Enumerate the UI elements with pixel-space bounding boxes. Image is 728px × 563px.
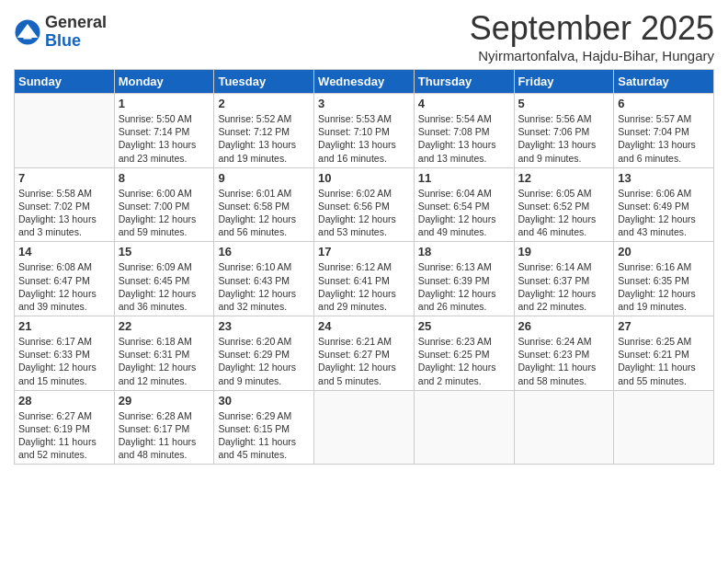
day-info: Sunrise: 5:50 AM Sunset: 7:14 PM Dayligh…: [119, 112, 210, 165]
title-block: September 2025 Nyirmartonfalva, Hajdu-Bi…: [470, 9, 714, 63]
day-number: 7: [18, 171, 110, 185]
calendar-cell: 14Sunrise: 6:08 AM Sunset: 6:47 PM Dayli…: [15, 242, 115, 316]
calendar-week-4: 21Sunrise: 6:17 AM Sunset: 6:33 PM Dayli…: [15, 316, 714, 391]
day-info: Sunrise: 5:57 AM Sunset: 7:04 PM Dayligh…: [618, 112, 710, 165]
calendar-week-1: 1Sunrise: 5:50 AM Sunset: 7:14 PM Daylig…: [15, 94, 714, 168]
day-info: Sunrise: 6:24 AM Sunset: 6:23 PM Dayligh…: [518, 335, 610, 387]
day-number: 24: [318, 319, 410, 333]
calendar-cell: 10Sunrise: 6:02 AM Sunset: 6:56 PM Dayli…: [314, 167, 415, 242]
day-info: Sunrise: 6:18 AM Sunset: 6:31 PM Dayligh…: [119, 335, 210, 387]
calendar-cell: 17Sunrise: 6:12 AM Sunset: 6:41 PM Dayli…: [314, 242, 415, 316]
day-number: 11: [418, 171, 510, 185]
calendar-cell: 20Sunrise: 6:16 AM Sunset: 6:35 PM Dayli…: [614, 242, 714, 316]
day-info: Sunrise: 6:13 AM Sunset: 6:39 PM Dayligh…: [418, 260, 510, 313]
day-number: 26: [518, 319, 610, 333]
day-number: 9: [218, 171, 310, 185]
day-number: 2: [218, 97, 310, 110]
day-info: Sunrise: 6:00 AM Sunset: 7:00 PM Dayligh…: [119, 187, 210, 239]
day-number: 4: [418, 97, 510, 110]
day-info: Sunrise: 5:56 AM Sunset: 7:06 PM Dayligh…: [518, 112, 610, 165]
calendar-cell: 5Sunrise: 5:56 AM Sunset: 7:06 PM Daylig…: [514, 94, 614, 168]
calendar-cell: 1Sunrise: 5:50 AM Sunset: 7:14 PM Daylig…: [114, 94, 214, 168]
day-number: 27: [618, 319, 710, 333]
calendar-cell: 4Sunrise: 5:54 AM Sunset: 7:08 PM Daylig…: [414, 94, 514, 168]
day-info: Sunrise: 6:14 AM Sunset: 6:37 PM Dayligh…: [518, 260, 610, 313]
day-info: Sunrise: 5:54 AM Sunset: 7:08 PM Dayligh…: [418, 112, 510, 165]
weekday-header-sunday: Sunday: [15, 70, 115, 94]
day-info: Sunrise: 6:12 AM Sunset: 6:41 PM Dayligh…: [318, 260, 410, 313]
day-info: Sunrise: 6:05 AM Sunset: 6:52 PM Dayligh…: [518, 187, 610, 239]
day-number: 19: [518, 245, 610, 259]
day-number: 18: [418, 245, 510, 259]
calendar-week-2: 7Sunrise: 5:58 AM Sunset: 7:02 PM Daylig…: [15, 167, 714, 242]
calendar-cell: [414, 390, 514, 465]
day-number: 20: [618, 245, 710, 259]
weekday-header-tuesday: Tuesday: [214, 70, 314, 94]
calendar-cell: 11Sunrise: 6:04 AM Sunset: 6:54 PM Dayli…: [414, 167, 514, 242]
day-info: Sunrise: 6:02 AM Sunset: 6:56 PM Dayligh…: [318, 187, 410, 239]
day-info: Sunrise: 6:17 AM Sunset: 6:33 PM Dayligh…: [18, 335, 110, 387]
day-info: Sunrise: 6:29 AM Sunset: 6:15 PM Dayligh…: [218, 409, 310, 462]
day-number: 15: [119, 245, 210, 259]
day-info: Sunrise: 6:06 AM Sunset: 6:49 PM Dayligh…: [618, 187, 710, 239]
day-number: 12: [518, 171, 610, 185]
calendar-cell: 23Sunrise: 6:20 AM Sunset: 6:29 PM Dayli…: [214, 316, 314, 391]
month-title: September 2025: [470, 9, 714, 48]
day-info: Sunrise: 6:21 AM Sunset: 6:27 PM Dayligh…: [318, 335, 410, 387]
day-info: Sunrise: 6:28 AM Sunset: 6:17 PM Dayligh…: [119, 409, 210, 462]
calendar-cell: 24Sunrise: 6:21 AM Sunset: 6:27 PM Dayli…: [314, 316, 415, 391]
day-info: Sunrise: 5:58 AM Sunset: 7:02 PM Dayligh…: [18, 187, 110, 239]
day-info: Sunrise: 6:16 AM Sunset: 6:35 PM Dayligh…: [618, 260, 710, 313]
logo: General Blue: [14, 14, 107, 51]
day-number: 29: [119, 394, 210, 408]
calendar-week-3: 14Sunrise: 6:08 AM Sunset: 6:47 PM Dayli…: [15, 242, 714, 316]
calendar-cell: 30Sunrise: 6:29 AM Sunset: 6:15 PM Dayli…: [214, 390, 314, 465]
day-number: 21: [18, 319, 110, 333]
calendar-cell: 18Sunrise: 6:13 AM Sunset: 6:39 PM Dayli…: [414, 242, 514, 316]
day-number: 30: [218, 394, 310, 408]
day-info: Sunrise: 6:08 AM Sunset: 6:47 PM Dayligh…: [18, 260, 110, 313]
weekday-header-row: SundayMondayTuesdayWednesdayThursdayFrid…: [15, 70, 714, 94]
day-info: Sunrise: 6:04 AM Sunset: 6:54 PM Dayligh…: [418, 187, 510, 239]
day-number: 3: [318, 97, 410, 110]
calendar-cell: 29Sunrise: 6:28 AM Sunset: 6:17 PM Dayli…: [114, 390, 214, 465]
svg-rect-2: [24, 33, 32, 39]
calendar-cell: 28Sunrise: 6:27 AM Sunset: 6:19 PM Dayli…: [15, 390, 115, 465]
day-number: 28: [18, 394, 110, 408]
calendar-cell: 7Sunrise: 5:58 AM Sunset: 7:02 PM Daylig…: [15, 167, 115, 242]
weekday-header-saturday: Saturday: [614, 70, 714, 94]
calendar-table: SundayMondayTuesdayWednesdayThursdayFrid…: [14, 69, 714, 465]
logo-general: General: [45, 14, 107, 32]
day-number: 25: [418, 319, 510, 333]
location: Nyirmartonfalva, Hajdu-Bihar, Hungary: [470, 48, 714, 63]
day-info: Sunrise: 6:27 AM Sunset: 6:19 PM Dayligh…: [18, 409, 110, 462]
calendar-cell: [514, 390, 614, 465]
weekday-header-friday: Friday: [514, 70, 614, 94]
calendar-cell: 26Sunrise: 6:24 AM Sunset: 6:23 PM Dayli…: [514, 316, 614, 391]
weekday-header-monday: Monday: [114, 70, 214, 94]
calendar-cell: 9Sunrise: 6:01 AM Sunset: 6:58 PM Daylig…: [214, 167, 314, 242]
calendar-cell: [614, 390, 714, 465]
day-number: 6: [618, 97, 710, 110]
calendar-cell: 15Sunrise: 6:09 AM Sunset: 6:45 PM Dayli…: [114, 242, 214, 316]
day-info: Sunrise: 6:25 AM Sunset: 6:21 PM Dayligh…: [618, 335, 710, 387]
day-number: 14: [18, 245, 110, 259]
logo-icon: [14, 18, 41, 46]
calendar-cell: 16Sunrise: 6:10 AM Sunset: 6:43 PM Dayli…: [214, 242, 314, 316]
day-number: 5: [518, 97, 610, 110]
day-info: Sunrise: 6:01 AM Sunset: 6:58 PM Dayligh…: [218, 187, 310, 239]
day-number: 8: [119, 171, 210, 185]
day-number: 10: [318, 171, 410, 185]
calendar-cell: [314, 390, 415, 465]
calendar-cell: 12Sunrise: 6:05 AM Sunset: 6:52 PM Dayli…: [514, 167, 614, 242]
calendar-cell: 21Sunrise: 6:17 AM Sunset: 6:33 PM Dayli…: [15, 316, 115, 391]
calendar-cell: 27Sunrise: 6:25 AM Sunset: 6:21 PM Dayli…: [614, 316, 714, 391]
calendar-cell: 2Sunrise: 5:52 AM Sunset: 7:12 PM Daylig…: [214, 94, 314, 168]
day-number: 22: [119, 319, 210, 333]
day-number: 16: [218, 245, 310, 259]
day-info: Sunrise: 6:10 AM Sunset: 6:43 PM Dayligh…: [218, 260, 310, 313]
calendar-cell: 6Sunrise: 5:57 AM Sunset: 7:04 PM Daylig…: [614, 94, 714, 168]
day-info: Sunrise: 6:23 AM Sunset: 6:25 PM Dayligh…: [418, 335, 510, 387]
calendar-week-5: 28Sunrise: 6:27 AM Sunset: 6:19 PM Dayli…: [15, 390, 714, 465]
calendar-cell: 13Sunrise: 6:06 AM Sunset: 6:49 PM Dayli…: [614, 167, 714, 242]
